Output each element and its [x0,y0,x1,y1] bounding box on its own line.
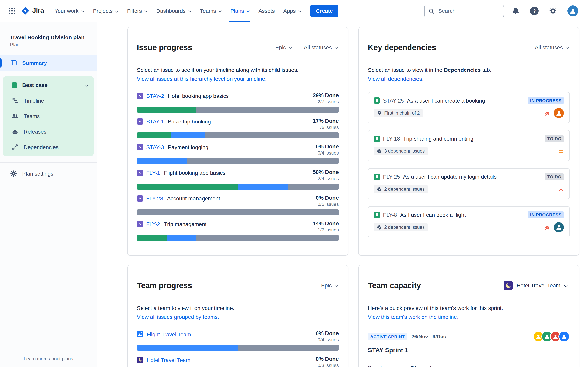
dependency-count-icon [377,187,382,192]
issue-key-link[interactable]: FLY-2 [146,221,160,227]
team-name-link[interactable]: Flight Travel Team [147,331,191,337]
nav-plans[interactable]: Plans [226,0,254,22]
issue-summary: As a user I can update my login details [403,174,497,180]
card-title: Key dependencies [368,43,436,52]
card-description: Select an issue to view it in the Depend… [368,66,570,74]
team-name-link[interactable]: Hotel Travel Team [147,357,190,363]
issue-summary: Trip management [164,221,207,227]
nav-filters[interactable]: Filters [123,0,152,22]
sidebar-item-summary[interactable]: Summary [0,55,97,71]
progress-bar [137,235,339,241]
sprint-capacity-line: Sprint capacity-24 points [368,365,570,367]
epic-icon [137,118,143,125]
releases-ship-icon [12,128,19,135]
sidebar-item-timeline[interactable]: Timeline [3,93,94,108]
nav-your-work[interactable]: Your work [50,0,89,22]
view-team-work-link[interactable]: View this team's work on the timeline. [368,313,458,321]
issue-progress-row[interactable]: FLY-28 Account management 0% Done 0/5 is… [137,195,339,215]
issue-summary: Payment logging [168,144,208,150]
card-description: Select an issue to see it on your timeli… [137,66,339,74]
chevron-down-icon [334,284,338,287]
nav-teams[interactable]: Teams [196,0,226,22]
card-title: Team capacity [368,281,421,290]
scenario-selector[interactable]: Best case [3,77,94,93]
nav-apps[interactable]: Apps [279,0,306,22]
hierarchy-filter-dropdown[interactable]: Epic [320,281,339,290]
issues-count: 0/3 issues [316,363,339,367]
app-switcher-icon[interactable] [5,4,19,17]
issue-progress-row[interactable]: STAY-2 Hotel booking app basics 29% Done… [137,92,339,113]
jira-logo-text: Jira [32,7,44,15]
view-all-issues-link[interactable]: View all issues at this hierarchy level … [137,75,267,83]
settings-gear-icon[interactable] [546,4,560,17]
status-filter-dropdown[interactable]: All statuses [534,43,570,52]
issue-key-link[interactable]: FLY-28 [146,195,163,201]
sprint-dates: 26/Nov - 9/Dec [411,334,446,340]
sidebar-item-teams[interactable]: Teams [3,108,94,124]
view-issues-by-teams-link[interactable]: View all issues grouped by teams. [137,313,219,321]
dependency-item[interactable]: STAY-25 As a user I can create a booking… [368,92,570,123]
progress-bar [137,345,339,351]
user-avatar[interactable] [565,3,581,19]
help-icon[interactable]: ? [527,4,541,18]
sidebar-item-dependencies[interactable]: Dependencies [3,139,94,155]
hierarchy-filter-dropdown[interactable]: Epic [275,43,293,52]
chevron-down-icon [115,9,118,13]
search-input[interactable] [438,7,500,14]
dependency-item[interactable]: FLY-25 As a user I can update my login d… [368,168,570,199]
priority-medium-icon [558,148,564,154]
dependency-item[interactable]: FLY-8 As I user I can book a flight IN P… [368,206,570,237]
chevron-down-icon [565,46,569,49]
nav-dashboards[interactable]: Dashboards [152,0,196,22]
status-badge: IN PROGRESS [528,211,564,218]
issue-key: STAY-25 [383,98,404,104]
issue-progress-row[interactable]: FLY-2 Trip management 14% Done 1/7 issue… [137,220,339,241]
dependencies-icon [12,144,19,151]
status-badge: TO DO [545,135,564,142]
priority-highest-icon [545,110,550,116]
inprogress-segment [137,345,238,351]
issue-progress-row[interactable]: FLY-1 Flight booking app basics 50% Done… [137,169,339,190]
status-filter-dropdown[interactable]: All statuses [303,43,339,52]
team-selector-dropdown[interactable]: Hotel Travel Team [502,281,570,291]
done-percentage: 29% Done [313,92,339,99]
issue-key-link[interactable]: FLY-1 [146,170,160,176]
chevron-down-icon [144,9,147,13]
issue-progress-row[interactable]: STAY-3 Payment logging 0% Done 0/4 issue… [137,143,339,164]
dependency-item[interactable]: FLY-18 Trip sharing and commenting TO DO… [368,130,570,161]
nav-projects[interactable]: Projects [89,0,123,22]
issue-key-link[interactable]: STAY-1 [146,118,164,125]
search-icon [429,8,434,14]
sprint-avatar[interactable] [558,331,570,342]
create-button[interactable]: Create [311,5,338,17]
issues-count: 1/7 issues [313,227,339,233]
issue-progress-row[interactable]: STAY-1 Basic trip booking 17% Done 1/6 i… [137,118,339,138]
view-all-dependencies-link[interactable]: View all dependencies. [368,75,424,83]
jira-logo-icon [21,7,30,15]
done-percentage: 0% Done [316,195,339,201]
issue-summary: As I user I can book a flight [400,212,466,218]
issue-key-link[interactable]: STAY-2 [146,93,164,99]
team-progress-row[interactable]: Flight Travel Team 0% Done 0/4 issues [137,330,339,351]
issue-summary: Trip sharing and commenting [403,135,474,142]
inprogress-segment [137,158,187,164]
team-progress-row[interactable]: Hotel Travel Team 0% Done 0/3 issues [137,356,339,367]
learn-more-link[interactable]: Learn more about plans [0,356,97,362]
sidebar-item-plan-settings[interactable]: Plan settings [0,166,97,181]
notifications-icon[interactable] [509,4,522,17]
inprogress-segment [171,133,205,138]
settings-section: Plan settings [0,162,97,181]
sidebar-item-releases[interactable]: Releases [3,124,94,139]
card-title: Team progress [137,281,192,290]
active-sprint-badge: ACTIVE SPRINT [368,333,407,340]
story-icon [374,174,380,180]
jira-logo[interactable]: Jira [21,7,44,15]
assignee-avatar[interactable] [554,222,564,232]
nav-assets[interactable]: Assets [254,0,279,22]
issue-key: FLY-25 [383,174,400,180]
priority-high-icon [558,186,564,192]
issue-summary: Basic trip booking [168,118,211,125]
done-percentage: 0% Done [316,143,339,150]
assignee-avatar[interactable] [554,108,564,118]
issue-key-link[interactable]: STAY-3 [146,144,164,150]
